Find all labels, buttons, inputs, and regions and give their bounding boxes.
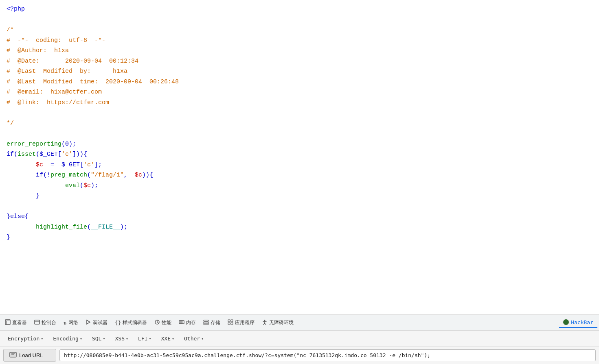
code-line [7,129,592,139]
code-line: <?php [7,4,592,15]
load-url-label: Load URL [19,352,43,358]
code-line: */ [7,118,592,129]
encryption-dropdown-arrow: ▾ [41,336,43,341]
xss-dropdown-arrow: ▾ [126,336,128,341]
hackbar-tab[interactable]: HackBar [559,318,597,328]
devtools-performance-label: 性能 [162,319,171,326]
code-line: # @Date: 2020-09-04 00:12:34 [7,56,592,67]
hackbar-xxe-menu[interactable]: XXE ▾ [157,333,179,344]
code-line: # @Last Modified by: h1xa [7,66,592,77]
lfi-dropdown-arrow: ▾ [149,336,151,341]
performance-icon [154,319,160,326]
devtools-inspector-btn[interactable]: 查看器 [2,318,30,328]
devtools-style-editor-btn[interactable]: {} 样式编辑器 [112,318,151,328]
encoding-dropdown-arrow: ▾ [80,336,82,341]
code-line: highlight_file(__FILE__); [7,222,592,233]
network-icon: ⇅ [64,320,67,326]
code-line: } [7,191,592,201]
code-line: /* [7,25,592,35]
svg-rect-13 [204,323,208,325]
load-url-button[interactable]: Load URL [3,349,56,362]
load-url-btn-icon [9,352,17,359]
devtools-memory-label: 内存 [186,319,196,326]
hackbar-xss-menu[interactable]: XSS ▾ [110,333,133,344]
sql-dropdown-arrow: ▾ [103,336,105,341]
devtools-network-label: 网络 [68,319,78,326]
svg-rect-16 [228,323,230,325]
code-line: # @Author: h1xa [7,46,592,56]
accessibility-icon [262,319,268,326]
code-line: # @link: https://ctfer.com [7,98,592,108]
storage-icon [203,319,209,326]
devtools-storage-btn[interactable]: 存储 [200,318,224,328]
devtools-debugger-label: 调试器 [93,319,108,326]
url-input[interactable] [59,349,596,361]
svg-rect-12 [204,322,208,323]
code-display: <?php /* # -*- coding: utf-8 -*- # @Auth… [0,0,599,314]
devtools-console-label: 控制台 [42,319,56,326]
devtools-inspector-label: 查看器 [12,319,27,326]
devtools-performance-btn[interactable]: 性能 [151,318,175,328]
code-line: # -*- coding: utf-8 -*- [7,35,592,46]
hackbar-lfi-menu[interactable]: LFI ▾ [134,333,156,344]
devtools-application-label: 应用程序 [235,319,255,326]
code-line [7,201,592,212]
hackbar-encryption-label: Encryption [8,336,39,342]
xxe-dropdown-arrow: ▾ [172,336,174,341]
devtools-console-btn[interactable]: 控制台 [31,318,59,328]
hackbar-sql-label: SQL [92,336,101,342]
hackbar-encoding-menu[interactable]: Encoding ▾ [48,333,87,344]
svg-rect-14 [228,320,230,322]
code-line: }else{ [7,211,592,222]
code-line: $c = $_GET['c']; [7,160,592,170]
hackbar-other-label: Other [184,336,200,342]
hackbar-encoding-label: Encoding [53,336,79,342]
hackbar-other-menu[interactable]: Other ▾ [180,333,208,344]
code-line: # @email: h1xa@ctfer.com [7,87,592,98]
code-line: } [7,232,592,243]
hackbar-xxe-label: XXE [161,336,171,342]
svg-rect-15 [231,320,233,322]
devtools-accessibility-label: 无障碍环境 [269,319,294,326]
application-icon [228,319,233,326]
style-editor-icon: {} [115,320,121,326]
code-line: if(isset($_GET['c'])){ [7,149,592,160]
svg-rect-17 [231,323,233,325]
hackbar-sql-menu[interactable]: SQL ▾ [88,333,110,344]
code-line [7,15,592,25]
hackbar-url-row: Load URL [0,347,599,364]
hackbar-xss-label: XSS [115,336,124,342]
devtools-application-btn[interactable]: 应用程序 [224,318,258,328]
hackbar-dot-icon [563,319,569,325]
hackbar-lfi-label: LFI [138,336,147,342]
devtools-debugger-btn[interactable]: 调试器 [82,318,111,328]
code-line: # @Last Modified time: 2020-09-04 00:26:… [7,77,592,87]
devtools-bar: 查看器 控制台 ⇅ 网络 调试器 {} 样式编辑器 [0,314,599,331]
other-dropdown-arrow: ▾ [201,336,204,341]
inspector-icon [5,319,11,326]
hackbar-panel: Encryption ▾ Encoding ▾ SQL ▾ XSS ▾ LFI … [0,331,599,364]
svg-rect-3 [35,320,39,324]
code-line [7,108,592,118]
devtools-network-btn[interactable]: ⇅ 网络 [60,318,81,328]
debugger-icon [86,319,91,326]
code-line: error_reporting(0); [7,139,592,150]
console-icon [34,319,40,326]
svg-rect-0 [5,320,10,325]
hackbar-menu: Encryption ▾ Encoding ▾ SQL ▾ XSS ▾ LFI … [0,331,599,347]
hackbar-encryption-menu[interactable]: Encryption ▾ [3,333,48,344]
code-line: eval($c); [7,181,592,191]
svg-line-22 [265,323,266,325]
devtools-storage-label: 存储 [211,319,220,326]
svg-rect-11 [204,320,208,321]
svg-marker-5 [87,320,90,324]
devtools-memory-btn[interactable]: 内存 [176,318,199,328]
devtools-style-editor-label: 样式编辑器 [123,319,147,326]
devtools-accessibility-btn[interactable]: 无障碍环境 [259,318,297,328]
code-line: if(!preg_match("/flag/i", $c)){ [7,170,592,181]
memory-icon [179,319,184,326]
hackbar-tab-label: HackBar [571,319,593,325]
